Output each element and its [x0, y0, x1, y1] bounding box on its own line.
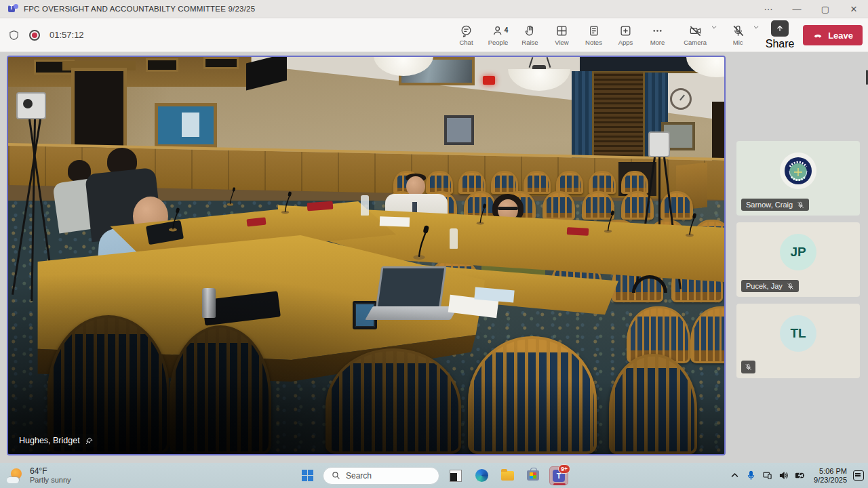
- window-more-icon[interactable]: ⋯: [754, 0, 783, 18]
- notes-button[interactable]: Notes: [578, 18, 610, 52]
- participant-name-pill: Pucek, Jay: [741, 280, 799, 292]
- chat-button[interactable]: Chat: [450, 18, 482, 52]
- picture-frame: [444, 115, 474, 145]
- mic-chevron-down-icon[interactable]: [753, 24, 760, 30]
- participant-tile-sarnow[interactable]: Sarnow, Craig: [736, 141, 860, 216]
- audience-chair: [589, 171, 616, 194]
- pin-icon: [85, 436, 94, 445]
- participant-mute-pill: [741, 361, 755, 373]
- partly-sunny-icon: [7, 468, 24, 483]
- window-maximize-icon[interactable]: ▢: [811, 0, 840, 18]
- meeting-stage: Hughes, Bridget Sarnow, Craig: [0, 52, 868, 463]
- share-up-arrow-icon: [775, 24, 785, 33]
- windows-logo-icon: [302, 470, 313, 481]
- camera-chevron-down-icon[interactable]: [711, 24, 717, 30]
- teams-app-icon: [8, 4, 18, 14]
- wall-clock: [670, 88, 692, 110]
- notification-center-icon[interactable]: [853, 470, 864, 481]
- tray-cast-icon[interactable]: [762, 470, 772, 481]
- tray-date: 9/23/2025: [814, 476, 847, 485]
- apps-icon: [619, 24, 632, 37]
- window-minimize-icon[interactable]: —: [783, 0, 811, 18]
- initials-avatar: JP: [780, 234, 816, 270]
- teams-taskbar-icon[interactable]: T 9+: [549, 466, 568, 485]
- file-explorer-icon[interactable]: [498, 466, 517, 485]
- meeting-timer: 01:57:12: [50, 30, 84, 40]
- taskbar-search[interactable]: Search: [323, 467, 439, 485]
- window-titlebar: FPC OVERSIGHT AND ACCOUNTABILTY COMMITTE…: [0, 0, 868, 18]
- papers: [380, 216, 410, 227]
- audience-chair: [621, 171, 648, 194]
- search-icon: [332, 471, 340, 480]
- participant-name-pill: Sarnow, Craig: [741, 199, 809, 211]
- leave-button[interactable]: Leave: [803, 25, 863, 45]
- participant-tile-pucek[interactable]: JP Pucek, Jay: [736, 222, 860, 297]
- chat-icon: [460, 24, 473, 37]
- exit-sign: [483, 76, 495, 85]
- tray-volume-icon[interactable]: [778, 470, 789, 481]
- shield-icon: [8, 29, 20, 41]
- camera-off-icon: [689, 24, 702, 37]
- weather-widget[interactable]: 64°F Partly sunny: [7, 467, 149, 485]
- audience-chair: [458, 171, 486, 194]
- edge-browser-icon[interactable]: [472, 466, 491, 485]
- audience-chair: [542, 191, 575, 220]
- participant-tile-tl[interactable]: TL: [736, 304, 860, 378]
- people-count-badge: 4: [505, 26, 509, 34]
- mic-muted-icon: [797, 201, 804, 209]
- pinned-participant-label: Hughes, Bridget: [15, 434, 98, 447]
- mic-button[interactable]: Mic: [724, 18, 751, 52]
- audience-chair: [491, 171, 518, 194]
- people-icon: [492, 24, 505, 37]
- view-button[interactable]: View: [546, 18, 578, 52]
- water-bottle: [361, 195, 369, 216]
- meeting-toolbar: 01:57:12 Chat 4 People Raise View: [0, 18, 868, 52]
- initials-avatar: TL: [780, 315, 816, 352]
- audience-chair: [426, 171, 453, 194]
- tray-battery-icon[interactable]: [795, 470, 805, 481]
- window-title: FPC OVERSIGHT AND ACCOUNTABILTY COMMITTE…: [24, 5, 255, 13]
- tray-clock[interactable]: 5:06 PM 9/23/2025: [814, 467, 847, 485]
- mic-muted-icon: [745, 363, 752, 371]
- hangup-icon: [812, 30, 823, 41]
- milwaukee-police-badge-avatar: [780, 152, 816, 189]
- weather-temp: 64°F: [30, 467, 71, 476]
- app-window-icon[interactable]: [446, 466, 465, 485]
- teams-meeting-window: FPC OVERSIGHT AND ACCOUNTABILTY COMMITTE…: [0, 0, 868, 488]
- gooseneck-mic: [168, 207, 182, 232]
- more-icon: [651, 24, 664, 37]
- window-close-icon[interactable]: ✕: [840, 0, 868, 18]
- gooseneck-mic: [476, 203, 488, 225]
- raise-hand-icon: [524, 24, 536, 37]
- start-button[interactable]: [298, 467, 316, 485]
- gooseneck-mic: [281, 191, 294, 214]
- council-chamber-scene: [8, 57, 724, 454]
- tray-mic-icon[interactable]: [746, 470, 756, 481]
- teams-notification-badge: 9+: [558, 464, 570, 474]
- camera-button[interactable]: Camera: [681, 18, 709, 52]
- tray-time: 5:06 PM: [814, 467, 847, 476]
- view-icon: [555, 24, 568, 37]
- raise-hand-button[interactable]: Raise: [514, 18, 546, 52]
- mic-muted-icon: [787, 283, 794, 290]
- weather-condition: Partly sunny: [30, 476, 71, 485]
- gooseneck-mic: [604, 210, 616, 233]
- tray-chevron-up-icon[interactable]: [730, 470, 740, 481]
- transom-window: [203, 57, 239, 69]
- main-video-hughes-bridget[interactable]: Hughes, Bridget: [7, 56, 726, 455]
- more-button[interactable]: More: [642, 18, 673, 52]
- audience-chair: [524, 171, 551, 194]
- gooseneck-mic: [226, 187, 237, 206]
- people-button[interactable]: 4 People: [482, 18, 514, 52]
- notes-icon: [587, 24, 600, 37]
- mic-off-icon: [732, 24, 745, 37]
- audience-chair: [556, 171, 583, 194]
- transom-window: [146, 58, 178, 72]
- microsoft-store-icon[interactable]: [524, 466, 542, 485]
- recording-indicator-icon: [29, 30, 40, 41]
- share-button[interactable]: Share: [766, 20, 793, 50]
- apps-button[interactable]: Apps: [610, 18, 642, 52]
- windows-taskbar: 64°F Partly sunny Search T 9+: [0, 463, 868, 488]
